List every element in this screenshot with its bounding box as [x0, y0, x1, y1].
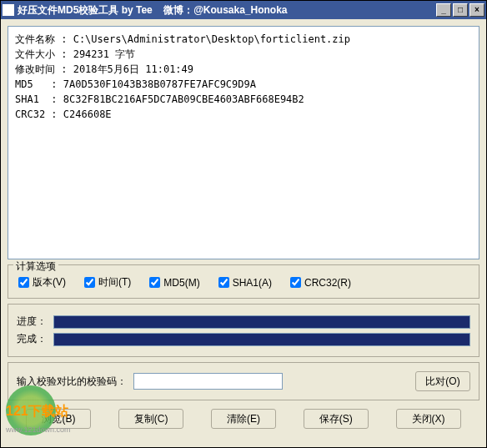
options-row: 版本(V) 时间(T) MD5(M) SHA1(A) CRC32(R) [15, 274, 472, 291]
complete-bar [53, 333, 470, 346]
hash-output[interactable]: 文件名称 : C:\Users\Administrator\Desktop\fo… [8, 26, 479, 259]
progress-group: 进度： 完成： [8, 304, 479, 357]
close-window-button[interactable]: × [469, 3, 484, 17]
window-buttons: _ □ × [436, 3, 484, 17]
close-button[interactable]: 关闭(X) [396, 409, 461, 429]
progress-bar [53, 315, 470, 329]
progress-label: 进度： [17, 315, 47, 329]
verify-row: 输入校验对比的校验码： 比对(O) [8, 362, 479, 400]
options-legend: 计算选项 [13, 259, 58, 274]
save-button[interactable]: 保存(S) [304, 409, 369, 429]
version-checkbox[interactable]: 版本(V) [18, 275, 66, 289]
titlebar: 好压文件MD5校验工具 by Tee 微博：@Kousaka_Honoka _ … [1, 1, 486, 19]
app-icon [3, 4, 14, 16]
maximize-button[interactable]: □ [453, 3, 468, 17]
copy-button[interactable]: 复制(C) [118, 409, 183, 429]
app-window: 好压文件MD5校验工具 by Tee 微博：@Kousaka_Honoka _ … [0, 0, 487, 448]
content-area: 文件名称 : C:\Users\Administrator\Desktop\fo… [1, 19, 486, 447]
minimize-button[interactable]: _ [436, 3, 451, 17]
complete-label: 完成： [17, 332, 47, 346]
clear-button[interactable]: 清除(E) [211, 409, 276, 429]
md5-checkbox[interactable]: MD5(M) [149, 277, 199, 289]
compare-button[interactable]: 比对(O) [415, 371, 470, 391]
sha1-checkbox[interactable]: SHA1(A) [218, 277, 272, 289]
options-group: 计算选项 版本(V) 时间(T) MD5(M) SHA1(A) CRC32(R) [8, 264, 479, 299]
watermark-text: 121下载站 www.121down.com [6, 403, 71, 435]
time-checkbox[interactable]: 时间(T) [84, 275, 131, 289]
button-row: 浏览(B) 复制(C) 清除(E) 保存(S) 关闭(X) [8, 405, 479, 432]
verify-input[interactable] [133, 373, 283, 390]
window-title: 好压文件MD5校验工具 by Tee 微博：@Kousaka_Honoka [18, 3, 436, 18]
crc32-checkbox[interactable]: CRC32(R) [290, 277, 351, 289]
